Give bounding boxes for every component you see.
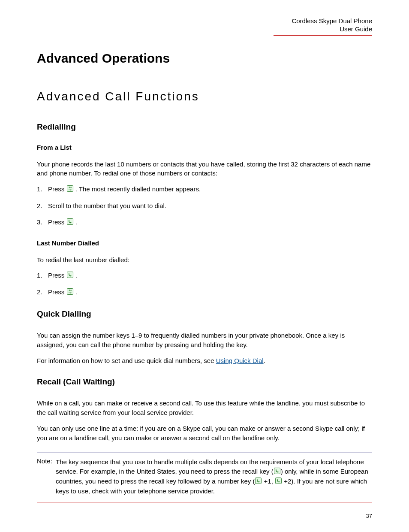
- note-block: Note: The key sequence that you use to h…: [37, 453, 372, 502]
- step-text: . The most recently dialled number appea…: [74, 185, 201, 193]
- redialling-heading: Redialling: [37, 122, 372, 132]
- note-text: +1,: [262, 478, 275, 485]
- redial-key-icon: [67, 288, 73, 297]
- running-header: Cordless Skype Dual Phone User Guide: [37, 17, 372, 33]
- step-text: Press: [48, 288, 66, 296]
- step-text: .: [74, 288, 77, 296]
- call-key-icon: [274, 467, 280, 477]
- last-number-step-2: Press .: [37, 287, 372, 297]
- from-list-heading: From a List: [37, 144, 372, 151]
- quick-dialling-p1: You can assign the number keys 1–9 to fr…: [37, 331, 372, 350]
- page-title-h1: Advanced Operations: [37, 51, 372, 66]
- step-text: Press: [48, 185, 66, 193]
- from-list-steps: Press . The most recently dialled number…: [37, 184, 372, 227]
- call-key-icon: [67, 271, 73, 281]
- header-line-1: Cordless Skype Dual Phone: [37, 17, 372, 25]
- last-number-heading: Last Number Dialled: [37, 239, 372, 247]
- redial-key-icon: [67, 185, 73, 194]
- paragraph-text: .: [264, 357, 265, 364]
- from-list-step-1: Press . The most recently dialled number…: [37, 184, 372, 194]
- recall-heading: Recall (Call Waiting): [37, 377, 372, 387]
- recall-p2: You can only use one line at a time: if …: [37, 424, 372, 443]
- step-text: Press: [48, 218, 66, 226]
- from-list-step-2: Scroll to the number that you want to di…: [37, 201, 372, 211]
- header-line-2: User Guide: [37, 25, 372, 33]
- document-page: Cordless Skype Dual Phone User Guide Adv…: [0, 0, 409, 532]
- note-label: Note:: [37, 457, 56, 496]
- paragraph-text: For information on how to set and use qu…: [37, 357, 216, 364]
- using-quick-dial-link[interactable]: Using Quick Dial: [216, 357, 264, 364]
- from-list-step-3: Press .: [37, 218, 372, 227]
- from-list-intro: Your phone records the last 10 numbers o…: [37, 160, 372, 178]
- step-text: Press: [48, 272, 66, 279]
- step-text: .: [74, 218, 77, 226]
- note-body: The key sequence that you use to handle …: [56, 457, 372, 496]
- call-key-icon: [255, 477, 262, 487]
- header-rule: [274, 35, 372, 36]
- step-text: .: [74, 272, 77, 279]
- last-number-intro: To redial the last number dialled:: [37, 255, 372, 265]
- page-number: 37: [366, 513, 372, 519]
- quick-dialling-heading: Quick Dialling: [37, 309, 372, 319]
- last-number-step-1: Press .: [37, 271, 372, 281]
- call-key-icon: [275, 477, 282, 487]
- call-key-icon: [67, 218, 73, 227]
- quick-dialling-p2: For information on how to set and use qu…: [37, 356, 372, 366]
- last-number-steps: Press . Press .: [37, 271, 372, 297]
- recall-p1: While on a call, you can make or receive…: [37, 399, 372, 417]
- section-title-h2: Advanced Call Functions: [37, 90, 372, 103]
